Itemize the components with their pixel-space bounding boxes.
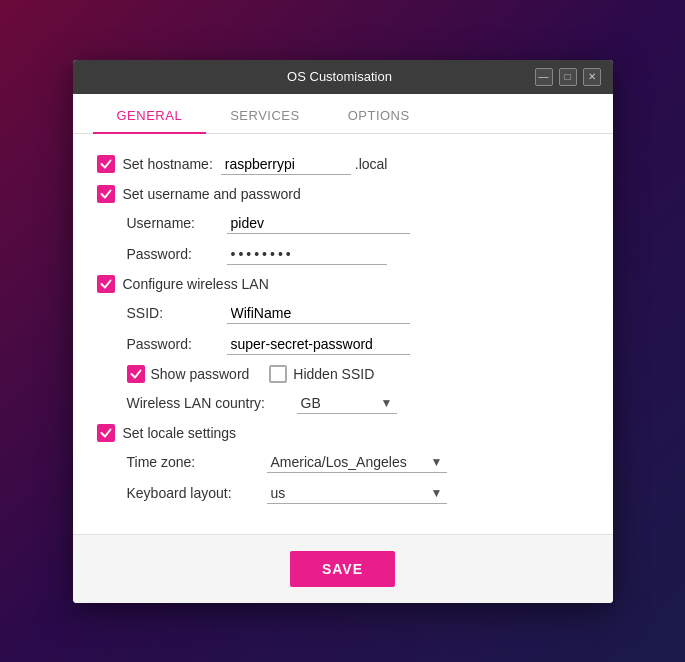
username-input[interactable] [227,213,410,234]
credentials-section-header: Set username and password [97,185,589,203]
ssid-row: SSID: [127,303,589,324]
timezone-row: Time zone: America/Los_Angeles ▼ [127,452,589,473]
wifi-password-row: Password: [127,334,589,355]
wifi-fields: SSID: Password: Show password [97,303,589,414]
country-value: GB [297,393,377,413]
wifi-section-header: Configure wireless LAN [97,275,589,293]
password-input[interactable]: •••••••• [227,244,387,265]
hostname-input[interactable] [221,154,351,175]
keyboard-row: Keyboard layout: us ▼ [127,483,589,504]
show-password-checkbox[interactable] [127,365,145,383]
username-label: Username: [97,215,227,231]
hidden-ssid-label: Hidden SSID [293,366,374,382]
locale-fields: Time zone: America/Los_Angeles ▼ Keyboar… [97,452,589,504]
wifi-password-input[interactable] [227,334,410,355]
tab-options[interactable]: OPTIONS [324,94,434,133]
show-password-label: Show password [151,366,250,382]
tab-general[interactable]: GENERAL [93,94,207,133]
wifi-label: Configure wireless LAN [123,276,269,292]
timezone-value: America/Los_Angeles [267,452,427,472]
password-row: Password: •••••••• [97,244,589,265]
title-bar: OS Customisation — □ ✕ [73,60,613,94]
window-controls: — □ ✕ [535,68,601,86]
username-row: Username: [97,213,589,234]
keyboard-label: Keyboard layout: [127,485,267,501]
tab-bar: GENERAL SERVICES OPTIONS [73,94,613,134]
country-dropdown-arrow: ▼ [377,396,397,410]
hidden-ssid-group: Hidden SSID [269,365,374,383]
timezone-dropdown-arrow: ▼ [427,455,447,469]
hidden-ssid-checkbox[interactable] [269,365,287,383]
credentials-checkbox[interactable] [97,185,115,203]
hostname-label: Set hostname: [123,156,213,172]
os-customisation-window: OS Customisation — □ ✕ GENERAL SERVICES … [73,60,613,603]
maximize-button[interactable]: □ [559,68,577,86]
locale-checkbox[interactable] [97,424,115,442]
timezone-select[interactable]: America/Los_Angeles ▼ [267,452,447,473]
country-select[interactable]: GB ▼ [297,393,397,414]
keyboard-dropdown-arrow: ▼ [427,486,447,500]
hostname-row: Set hostname: .local [97,154,589,175]
close-button[interactable]: ✕ [583,68,601,86]
ssid-input[interactable] [227,303,410,324]
keyboard-select[interactable]: us ▼ [267,483,447,504]
country-label: Wireless LAN country: [127,395,297,411]
tab-content-general: Set hostname: .local Set username and pa… [73,134,613,534]
minimize-button[interactable]: — [535,68,553,86]
locale-section-header: Set locale settings [97,424,589,442]
show-password-row: Show password Hidden SSID [127,365,589,383]
wifi-checkbox[interactable] [97,275,115,293]
locale-label: Set locale settings [123,425,237,441]
hostname-suffix: .local [355,156,388,172]
hostname-input-group: .local [221,154,388,175]
country-row: Wireless LAN country: GB ▼ [127,393,589,414]
ssid-label: SSID: [127,305,227,321]
save-button[interactable]: SAVE [290,551,395,587]
keyboard-value: us [267,483,427,503]
window-title: OS Customisation [145,69,535,84]
password-label: Password: [97,246,227,262]
credentials-label: Set username and password [123,186,301,202]
footer: SAVE [73,534,613,603]
hostname-checkbox[interactable] [97,155,115,173]
timezone-label: Time zone: [127,454,267,470]
wifi-password-label: Password: [127,336,227,352]
tab-services[interactable]: SERVICES [206,94,324,133]
show-password-group: Show password [127,365,250,383]
